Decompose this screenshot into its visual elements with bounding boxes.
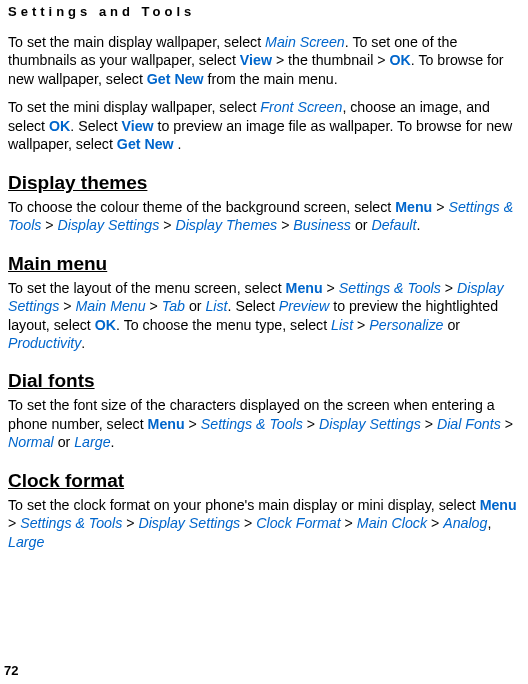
text: . Select	[228, 298, 279, 314]
text: . To choose the menu type, select	[116, 317, 331, 333]
link-list: List	[205, 298, 227, 314]
link-ok: OK	[389, 52, 410, 68]
paragraph-clock-format: To set the clock format on your phone's …	[8, 496, 520, 551]
link-settings-tools: Settings & Tools	[339, 280, 441, 296]
link-main-menu: Main Menu	[75, 298, 145, 314]
text: >	[41, 217, 57, 233]
text: To set the mini display wallpaper, selec…	[8, 99, 260, 115]
text: >	[441, 280, 457, 296]
text: >	[240, 515, 256, 531]
text: >	[427, 515, 443, 531]
heading-display-themes: Display themes	[8, 172, 520, 194]
link-view: View	[240, 52, 272, 68]
text: or	[443, 317, 460, 333]
link-tab: Tab	[162, 298, 185, 314]
link-settings-tools: Settings & Tools	[201, 416, 303, 432]
page-number: 72	[4, 663, 18, 678]
heading-dial-fonts: Dial fonts	[8, 370, 520, 392]
link-main-clock: Main Clock	[357, 515, 427, 531]
heading-clock-format: Clock format	[8, 470, 520, 492]
link-dial-fonts: Dial Fonts	[437, 416, 501, 432]
link-personalize: Personalize	[369, 317, 443, 333]
text: >	[185, 416, 201, 432]
link-display-settings: Display Settings	[319, 416, 421, 432]
link-preview: Preview	[279, 298, 329, 314]
text: >	[421, 416, 437, 432]
link-productivity: Productivity	[8, 335, 81, 351]
link-display-settings: Display Settings	[138, 515, 240, 531]
text: from the main menu.	[204, 71, 338, 87]
link-ok: OK	[49, 118, 70, 134]
text: or	[351, 217, 372, 233]
text: . Select	[70, 118, 121, 134]
link-display-themes: Display Themes	[175, 217, 277, 233]
text: To set the clock format on your phone's …	[8, 497, 480, 513]
text: .	[416, 217, 420, 233]
text: >	[303, 416, 319, 432]
text: >	[432, 199, 448, 215]
link-menu: Menu	[148, 416, 185, 432]
text: > the thumbnail >	[272, 52, 390, 68]
text: ,	[487, 515, 491, 531]
link-menu: Menu	[395, 199, 432, 215]
text: >	[501, 416, 513, 432]
paragraph-display-themes: To choose the colour theme of the backgr…	[8, 198, 520, 235]
paragraph-main-display-wallpaper: To set the main display wallpaper, selec…	[8, 33, 520, 88]
paragraph-dial-fonts: To set the font size of the characters d…	[8, 396, 520, 451]
text: To set the main display wallpaper, selec…	[8, 34, 265, 50]
link-get-new: Get New	[147, 71, 204, 87]
link-menu: Menu	[480, 497, 517, 513]
text: >	[277, 217, 293, 233]
text: .	[111, 434, 115, 450]
link-main-screen: Main Screen	[265, 34, 345, 50]
link-menu: Menu	[286, 280, 323, 296]
text: >	[353, 317, 369, 333]
paragraph-mini-display-wallpaper: To set the mini display wallpaper, selec…	[8, 98, 520, 153]
paragraph-main-menu: To set the layout of the menu screen, se…	[8, 279, 520, 353]
link-large: Large	[8, 534, 44, 550]
link-ok: OK	[95, 317, 116, 333]
text: .	[81, 335, 85, 351]
link-get-new: Get New	[117, 136, 174, 152]
heading-main-menu: Main menu	[8, 253, 520, 275]
link-view: View	[122, 118, 154, 134]
text: >	[323, 280, 339, 296]
page-content: Settings and Tools To set the main displ…	[0, 0, 528, 551]
text: >	[146, 298, 162, 314]
link-clock-format: Clock Format	[256, 515, 340, 531]
link-large: Large	[74, 434, 110, 450]
text: or	[185, 298, 206, 314]
link-display-settings: Display Settings	[58, 217, 160, 233]
link-list: List	[331, 317, 353, 333]
link-business: Business	[293, 217, 351, 233]
page-header: Settings and Tools	[8, 0, 520, 29]
link-analog: Analog	[443, 515, 487, 531]
text: >	[8, 515, 20, 531]
link-normal: Normal	[8, 434, 54, 450]
link-settings-tools: Settings & Tools	[20, 515, 122, 531]
link-front-screen: Front Screen	[260, 99, 342, 115]
text: >	[341, 515, 357, 531]
text: >	[122, 515, 138, 531]
text: To set the layout of the menu screen, se…	[8, 280, 286, 296]
text: >	[59, 298, 75, 314]
text: >	[159, 217, 175, 233]
text: .	[174, 136, 182, 152]
text: To choose the colour theme of the backgr…	[8, 199, 395, 215]
text: or	[54, 434, 75, 450]
link-default: Default	[371, 217, 416, 233]
